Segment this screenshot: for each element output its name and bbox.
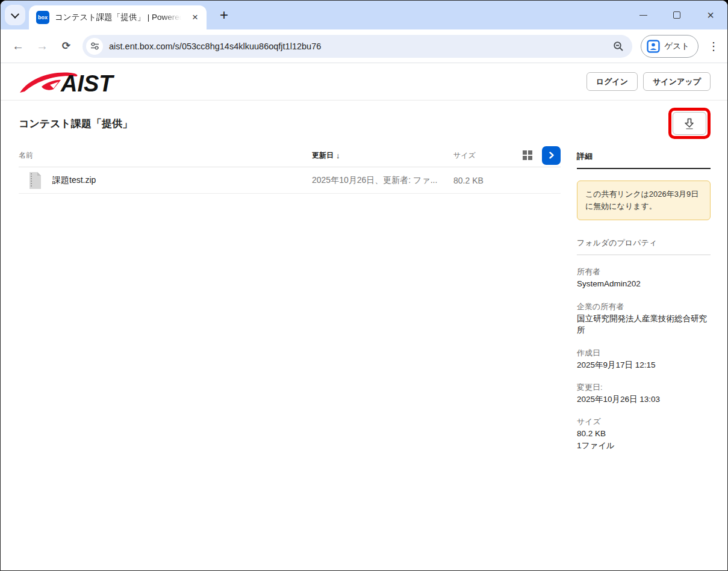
grid-view-icon[interactable]: [523, 150, 532, 160]
sort-descending-icon: ↓: [336, 151, 340, 160]
site-info-button[interactable]: [86, 38, 103, 55]
guest-profile-button[interactable]: ゲスト: [641, 35, 698, 58]
chevron-down-icon: [11, 10, 19, 19]
zip-file-icon: [28, 171, 42, 190]
property-enterprise-owner: 企業の所有者 国立研究開発法人産業技術総合研究所: [577, 301, 711, 336]
content-columns: 名前 更新日 ↓ サイズ: [19, 144, 711, 451]
list-header: 名前 更新日 ↓ サイズ: [19, 144, 561, 167]
download-icon: [683, 117, 696, 130]
aist-logo[interactable]: AIST: [19, 69, 122, 95]
forward-icon: →: [36, 39, 48, 53]
property-owner: 所有者 SystemAdmin202: [577, 267, 711, 289]
site-header: AIST ログイン サインアップ: [1, 63, 727, 100]
file-updated-cell: 2025年10月26日、更新者: ファ...: [312, 175, 453, 186]
chevron-right-icon: [548, 152, 555, 159]
property-value: SystemAdmin202: [577, 278, 711, 290]
svg-text:AIST: AIST: [60, 71, 114, 95]
tab-close-icon[interactable]: ×: [190, 12, 201, 23]
guest-label: ゲスト: [665, 41, 689, 52]
property-label: 作成日: [577, 348, 711, 359]
file-name-link[interactable]: 課題test.zip: [52, 175, 96, 186]
maximize-icon: [673, 11, 680, 19]
share-link-expiry-notice: この共有リンクは2026年3月9日に無効になります。: [577, 181, 711, 220]
close-icon: ×: [707, 9, 714, 21]
guest-avatar-icon: [647, 40, 660, 53]
property-size: サイズ 80.2 KB 1ファイル: [577, 416, 711, 451]
property-label: 所有者: [577, 267, 711, 278]
browser-toolbar: ← → ⟳ aist.ent.box.com/s/053cc8hg14s4klk…: [1, 29, 727, 63]
column-header-size[interactable]: サイズ: [453, 150, 523, 161]
collapse-sidebar-button[interactable]: [542, 146, 561, 165]
site-settings-icon: [90, 42, 99, 51]
details-sidebar: 詳細 この共有リンクは2026年3月9日に無効になります。 フォルダのプロパティ…: [577, 144, 711, 451]
aist-logo-icon: AIST: [19, 69, 122, 95]
property-value: 80.2 KB: [577, 428, 711, 440]
download-button[interactable]: [673, 112, 706, 135]
url-text[interactable]: aist.ent.box.com/s/053cc8hg14s4klkuu86oq…: [109, 42, 613, 51]
minimize-button[interactable]: [626, 1, 660, 29]
close-button[interactable]: ×: [694, 1, 727, 29]
property-label: 変更日:: [577, 382, 711, 394]
page-title: コンテスト課題「提供」: [19, 117, 132, 131]
property-created-date: 作成日 2025年9月17日 12:15: [577, 348, 711, 371]
zoom-out-icon[interactable]: [613, 41, 624, 52]
minimize-icon: [639, 15, 647, 16]
property-value: 国立研究開発法人産業技術総合研究所: [577, 313, 711, 336]
browser-window: box コンテスト課題「提供」 | Powered b × + × ← → ⟳: [0, 0, 728, 571]
new-tab-button[interactable]: +: [215, 6, 233, 24]
back-button[interactable]: ←: [8, 36, 28, 57]
reload-icon: ⟳: [62, 40, 70, 52]
maximize-button[interactable]: [660, 1, 694, 29]
tab-strip: box コンテスト課題「提供」 | Powered b × + ×: [1, 1, 727, 29]
property-modified-date: 変更日: 2025年10月26日 13:03: [577, 382, 711, 405]
browser-menu-button[interactable]: ⋮: [705, 37, 723, 55]
column-updated-label: 更新日: [312, 150, 334, 161]
file-name-cell: 課題test.zip: [19, 171, 312, 190]
property-label: 企業の所有者: [577, 301, 711, 313]
reload-button[interactable]: ⟳: [56, 36, 76, 57]
property-value-secondary: 1ファイル: [577, 440, 711, 452]
page-body: コンテスト課題「提供」 名前 更新日 ↓: [1, 108, 727, 451]
tab-title: コンテスト課題「提供」 | Powered b: [55, 12, 181, 23]
details-title: 詳細: [577, 144, 711, 169]
auth-buttons: ログイン サインアップ: [586, 72, 711, 91]
file-list: 名前 更新日 ↓ サイズ: [19, 144, 561, 451]
browser-tab[interactable]: box コンテスト課題「提供」 | Powered b ×: [29, 5, 207, 29]
signup-button[interactable]: サインアップ: [643, 72, 711, 91]
column-header-name[interactable]: 名前: [19, 150, 312, 161]
property-value: 2025年9月17日 12:15: [577, 359, 711, 371]
address-bar[interactable]: aist.ent.box.com/s/053cc8hg14s4klkuu86oq…: [82, 35, 632, 58]
window-controls: ×: [626, 1, 727, 29]
box-favicon-icon: box: [36, 11, 49, 24]
property-value: 2025年10月26日 13:03: [577, 394, 711, 406]
back-icon: ←: [12, 39, 24, 53]
title-row: コンテスト課題「提供」: [19, 108, 711, 139]
login-button[interactable]: ログイン: [586, 72, 638, 91]
forward-button[interactable]: →: [32, 36, 52, 57]
property-label: サイズ: [577, 416, 711, 428]
file-size-cell: 80.2 KB: [453, 176, 523, 185]
tab-search-button[interactable]: [5, 5, 25, 25]
folder-properties-title: フォルダのプロパティ: [577, 238, 711, 255]
file-row[interactable]: 課題test.zip 2025年10月26日、更新者: ファ... 80.2 K…: [19, 167, 561, 194]
download-annotation-highlight: [668, 108, 711, 139]
column-header-updated[interactable]: 更新日 ↓: [312, 150, 453, 161]
